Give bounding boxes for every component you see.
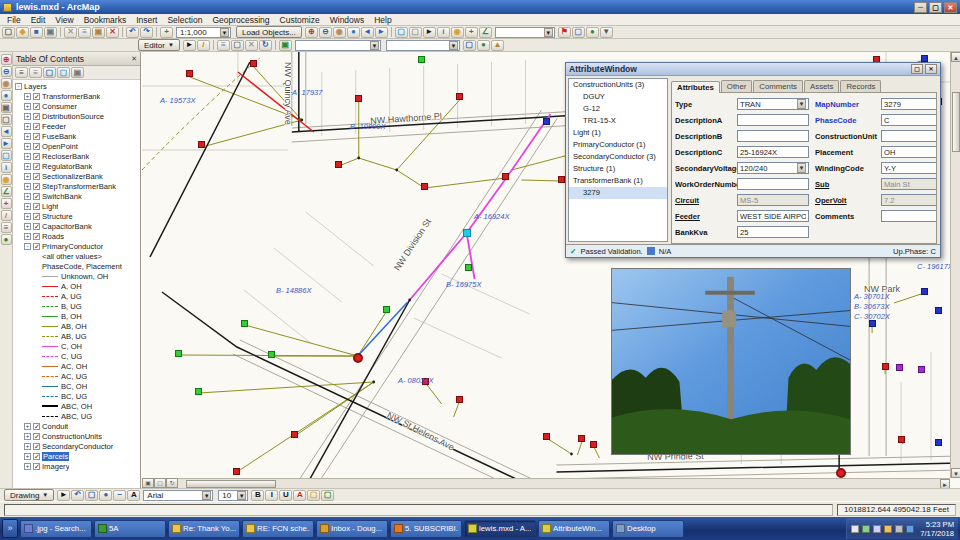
scroll-down-icon[interactable]: ▼ [951, 468, 960, 478]
layer-checkbox[interactable]: ✓ [33, 203, 40, 210]
sketch-properties-icon[interactable]: ▢ [231, 40, 244, 51]
tab-other[interactable]: Other [721, 80, 753, 92]
menu-insert[interactable]: Insert [131, 15, 162, 25]
layer-checkbox[interactable]: ✓ [33, 453, 40, 460]
list-by-visibility-icon[interactable]: ▢ [43, 67, 56, 78]
toc-item[interactable]: +✓Conduit [13, 421, 140, 431]
feature-marker-blue[interactable] [921, 288, 928, 295]
zoom-in-icon[interactable]: ⊕ [305, 27, 318, 38]
field-descriptionb[interactable] [737, 130, 809, 142]
tray-icon[interactable] [851, 525, 859, 533]
html-popup-icon[interactable]: ≡ [1, 222, 12, 233]
scroll-right-icon[interactable]: ► [940, 479, 950, 488]
load-objects-button[interactable]: Load Objects... [236, 26, 302, 38]
feature-marker-blue[interactable] [921, 55, 928, 62]
toc-item[interactable]: +✓DistributionSource [13, 111, 140, 121]
new-document-icon[interactable]: ▢ [2, 27, 15, 38]
maximize-button[interactable]: ▢ [929, 2, 942, 13]
attribute-feature-tree[interactable]: ConstructionUnits (3)DGUYG-12TR1-15-XLig… [568, 78, 668, 242]
field-bankkva[interactable]: 25 [737, 226, 809, 238]
vertical-scroll-thumb[interactable] [952, 92, 960, 152]
attribute-tree-node[interactable]: DGUY [569, 91, 667, 103]
toc-item[interactable]: ABC, OH [13, 401, 140, 411]
field-descriptionc[interactable]: 25-16924X [737, 146, 809, 158]
expander-icon[interactable]: + [24, 173, 31, 180]
toc-item[interactable]: +✓CapacitorBank [13, 221, 140, 231]
expander-icon[interactable]: + [24, 123, 31, 130]
fixed-zoom-in-icon[interactable]: ▣ [1, 102, 12, 113]
attribute-tree-node[interactable]: Structure (1) [569, 163, 667, 175]
back-extent-icon[interactable]: ◄ [361, 27, 374, 38]
expander-icon[interactable]: + [24, 223, 31, 230]
layer-checkbox[interactable]: ✓ [33, 423, 40, 430]
feature-marker-blue[interactable] [869, 320, 876, 327]
create-features-icon[interactable]: ▣ [279, 40, 292, 51]
layer-checkbox[interactable]: ✓ [33, 243, 40, 250]
zoom-in-tool-icon[interactable]: ⊕ [1, 54, 12, 65]
fill-color-icon[interactable]: ▢ [307, 490, 320, 501]
tab-comments[interactable]: Comments [753, 80, 803, 92]
layer-checkbox[interactable]: ✓ [33, 173, 40, 180]
data-view-button[interactable]: ▣ [142, 478, 154, 488]
identify-tool-icon[interactable]: i [1, 162, 12, 173]
toc-item[interactable]: <all other values> [13, 251, 140, 261]
expander-icon[interactable]: + [24, 103, 31, 110]
expander-icon[interactable]: + [24, 183, 31, 190]
attribute-tree-node[interactable]: SecondaryConductor (3) [569, 151, 667, 163]
expander-icon[interactable]: + [24, 163, 31, 170]
toc-item[interactable]: AB, UG [13, 331, 140, 341]
dropdown-arrow-icon[interactable]: ▼ [797, 99, 806, 109]
field-secondaryvoltage[interactable]: 120/240▼ [737, 162, 809, 174]
expander-icon[interactable]: + [24, 433, 31, 440]
layer-checkbox[interactable]: ✓ [33, 233, 40, 240]
flag-icon[interactable]: ⚑ [558, 27, 571, 38]
toc-item[interactable]: AC, OH [13, 361, 140, 371]
paste-icon[interactable]: ▣ [92, 27, 105, 38]
layer-checkbox[interactable]: ✓ [33, 133, 40, 140]
toc-item[interactable]: AC, UG [13, 371, 140, 381]
tray-icon[interactable] [884, 525, 892, 533]
feature-marker-green[interactable] [268, 351, 275, 358]
edit-tool-arrow-icon[interactable]: ► [183, 40, 196, 51]
field-comments[interactable] [881, 210, 937, 222]
toc-item[interactable]: B, OH [13, 311, 140, 321]
taskbar-button[interactable]: 5A [94, 520, 166, 538]
full-extent-icon[interactable]: ● [347, 27, 360, 38]
select-rect-icon[interactable]: ▢ [1, 150, 12, 161]
menu-view[interactable]: View [50, 15, 78, 25]
layer-checkbox[interactable]: ✓ [33, 213, 40, 220]
toc-item[interactable]: +✓SwitchBank [13, 191, 140, 201]
field-windingcode[interactable]: Y-Y▼ [881, 162, 937, 174]
expander-icon[interactable]: + [24, 463, 31, 470]
italic-icon[interactable]: I [265, 490, 278, 501]
feature-marker-red[interactable] [233, 468, 240, 475]
expander-icon[interactable]: + [24, 113, 31, 120]
go-to-xy-icon[interactable]: + [465, 27, 478, 38]
find-icon[interactable]: ◉ [451, 27, 464, 38]
font-size-dropdown-arrow-icon[interactable]: ▼ [237, 491, 246, 500]
attribute-window[interactable]: AttributeWindow ▢ ✕ ConstructionUnits (3… [565, 62, 941, 258]
menu-windows[interactable]: Windows [325, 15, 369, 25]
expander-icon[interactable]: + [24, 193, 31, 200]
toc-item[interactable]: A, UG [13, 291, 140, 301]
feature-marker-blue[interactable] [543, 118, 550, 125]
layer-checkbox[interactable]: ✓ [33, 153, 40, 160]
feature-marker-red[interactable] [558, 176, 565, 183]
attribute-tree-node[interactable]: ConstructionUnits (3) [569, 79, 667, 91]
toc-item[interactable]: +✓Parcels [13, 451, 140, 461]
layer-checkbox[interactable]: ✓ [33, 103, 40, 110]
field-descriptiona[interactable] [737, 114, 809, 126]
taskbar-toolbar-chevron-icon[interactable]: » [2, 519, 18, 538]
horizontal-scroll-thumb[interactable] [186, 480, 276, 488]
list-by-source-icon[interactable]: ≡ [29, 67, 42, 78]
feature-marker-red[interactable] [291, 431, 298, 438]
toc-item[interactable]: +✓RecloserBank [13, 151, 140, 161]
toc-item[interactable]: +✓Roads [13, 231, 140, 241]
toc-item[interactable]: ABC, UG [13, 411, 140, 421]
toc-close-icon[interactable]: ✕ [131, 55, 137, 63]
feature-marker-green[interactable] [175, 350, 182, 357]
undo-icon[interactable]: ↶ [126, 27, 139, 38]
save-icon[interactable]: ■ [30, 27, 43, 38]
layer-checkbox[interactable]: ✓ [33, 163, 40, 170]
taskbar-button[interactable]: AttributeWin... [538, 520, 610, 538]
